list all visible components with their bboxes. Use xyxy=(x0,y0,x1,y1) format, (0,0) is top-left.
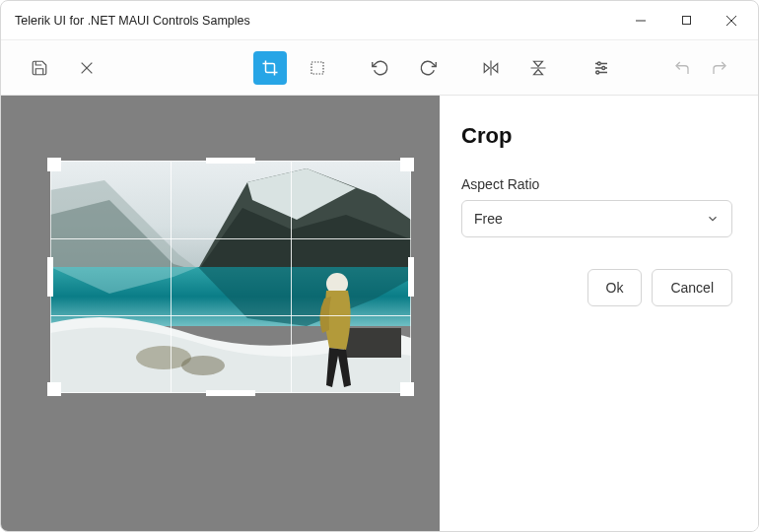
crop-handle-top[interactable] xyxy=(206,158,255,164)
maximize-button[interactable] xyxy=(663,1,709,40)
image-preview xyxy=(50,161,411,393)
svg-rect-6 xyxy=(311,62,323,74)
filters-button[interactable] xyxy=(585,51,618,85)
app-window: Telerik UI for .NET MAUI Controls Sample… xyxy=(0,0,759,532)
aspect-ratio-label: Aspect Ratio xyxy=(461,176,732,192)
svg-rect-28 xyxy=(344,328,401,358)
crop-handle-bl[interactable] xyxy=(47,382,61,396)
redo-button[interactable] xyxy=(703,51,736,85)
titlebar: Telerik UI for .NET MAUI Controls Sample… xyxy=(1,1,758,40)
svg-point-31 xyxy=(181,356,225,375)
crop-handle-right[interactable] xyxy=(408,257,414,297)
flip-vertical-button[interactable] xyxy=(521,51,555,85)
svg-point-16 xyxy=(602,66,605,69)
flip-horizontal-icon xyxy=(482,59,500,77)
crop-handle-left[interactable] xyxy=(47,257,53,297)
aspect-ratio-dropdown[interactable]: Free xyxy=(461,200,732,237)
content-area: Crop Aspect Ratio Free Ok Cancel xyxy=(1,96,758,531)
svg-point-14 xyxy=(597,62,600,65)
save-icon xyxy=(31,59,48,77)
cancel-button[interactable]: Cancel xyxy=(652,269,732,306)
ok-button[interactable]: Ok xyxy=(587,269,643,306)
chevron-down-icon xyxy=(706,212,720,226)
window-close-button[interactable] xyxy=(709,1,754,40)
undo-icon xyxy=(672,59,692,77)
toolbar xyxy=(1,40,758,96)
close-button[interactable] xyxy=(70,51,104,85)
panel-buttons: Ok Cancel xyxy=(461,269,732,306)
crop-handle-tr[interactable] xyxy=(400,158,414,171)
crop-icon xyxy=(261,59,279,77)
close-icon xyxy=(79,60,95,76)
crop-button[interactable] xyxy=(253,51,287,85)
flip-vertical-icon xyxy=(529,59,547,77)
svg-point-18 xyxy=(596,71,599,74)
svg-marker-11 xyxy=(534,61,543,66)
crop-panel: Crop Aspect Ratio Free Ok Cancel xyxy=(440,96,758,531)
rotate-ccw-icon xyxy=(372,59,389,77)
redo-icon xyxy=(710,59,729,77)
rotate-ccw-button[interactable] xyxy=(364,51,397,85)
resize-button[interactable] xyxy=(301,51,334,85)
resize-icon xyxy=(309,59,326,77)
minimize-button[interactable] xyxy=(618,1,663,40)
svg-marker-8 xyxy=(484,63,489,72)
rotate-cw-button[interactable] xyxy=(411,51,445,85)
panel-title: Crop xyxy=(461,123,732,149)
canvas-area[interactable] xyxy=(1,96,440,531)
rotate-cw-icon xyxy=(419,59,437,77)
undo-button[interactable] xyxy=(665,51,699,85)
crop-handle-tl[interactable] xyxy=(47,158,61,171)
window-title: Telerik UI for .NET MAUI Controls Sample… xyxy=(15,14,250,28)
svg-marker-9 xyxy=(493,63,498,72)
aspect-ratio-value: Free xyxy=(474,211,503,227)
svg-marker-12 xyxy=(534,69,543,74)
crop-handle-bottom[interactable] xyxy=(206,390,255,396)
svg-rect-1 xyxy=(682,17,690,25)
crop-handle-br[interactable] xyxy=(400,382,414,396)
crop-region[interactable] xyxy=(50,161,411,393)
save-button[interactable] xyxy=(23,51,56,85)
flip-horizontal-button[interactable] xyxy=(474,51,508,85)
filters-icon xyxy=(592,59,610,77)
